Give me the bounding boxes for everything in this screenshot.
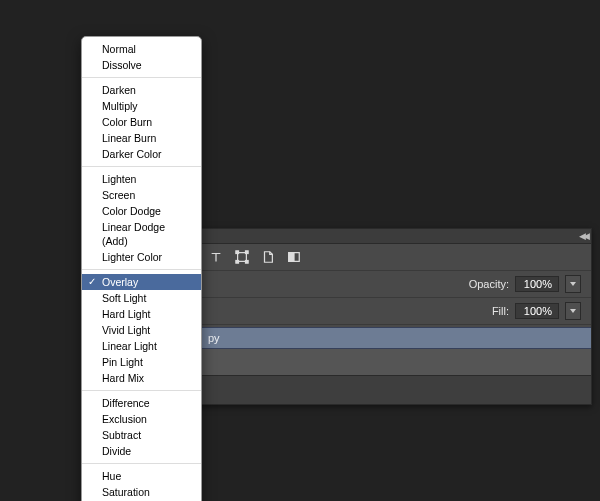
blend-mode-exclusion[interactable]: Exclusion (82, 411, 201, 427)
fill-label: Fill: (492, 305, 509, 317)
menu-item-label: Multiply (102, 100, 138, 112)
collapse-icon[interactable]: ◀◀ (579, 231, 587, 241)
svg-rect-1 (236, 251, 239, 254)
panel-footer (198, 375, 591, 404)
blend-mode-linear-burn[interactable]: Linear Burn (82, 130, 201, 146)
menu-item-label: Dissolve (102, 59, 142, 71)
layer-name: py (208, 332, 220, 344)
blend-mode-darken[interactable]: Darken (82, 82, 201, 98)
menu-item-label: Divide (102, 445, 131, 457)
panel-header: ◀◀ (198, 229, 591, 244)
blend-mode-soft-light[interactable]: Soft Light (82, 290, 201, 306)
blend-mode-normal[interactable]: Normal (82, 41, 201, 57)
layers-panel: ◀◀ Opacity: 100% Fill: 100% py (197, 228, 592, 405)
blend-mode-darker-color[interactable]: Darker Color (82, 146, 201, 162)
blend-mode-dissolve[interactable]: Dissolve (82, 57, 201, 73)
menu-item-label: Linear Light (102, 340, 157, 352)
blend-mode-menu[interactable]: NormalDissolveDarkenMultiplyColor BurnLi… (81, 36, 202, 501)
check-icon: ✓ (88, 275, 96, 289)
fill-value[interactable]: 100% (515, 303, 559, 319)
opacity-row: Opacity: 100% (198, 271, 591, 298)
menu-item-label: Normal (102, 43, 136, 55)
opacity-label: Opacity: (469, 278, 509, 290)
blend-mode-divide[interactable]: Divide (82, 443, 201, 459)
blend-mode-hard-light[interactable]: Hard Light (82, 306, 201, 322)
blend-mode-multiply[interactable]: Multiply (82, 98, 201, 114)
menu-item-label: Lighten (102, 173, 136, 185)
menu-item-label: Soft Light (102, 292, 146, 304)
fill-row: Fill: 100% (198, 298, 591, 325)
type-icon[interactable] (208, 249, 224, 265)
document-icon[interactable] (260, 249, 276, 265)
svg-rect-4 (246, 261, 249, 264)
menu-item-label: Linear Burn (102, 132, 156, 144)
blend-mode-screen[interactable]: Screen (82, 187, 201, 203)
transform-icon[interactable] (234, 249, 250, 265)
menu-item-label: Hard Light (102, 308, 150, 320)
menu-item-label: Lighter Color (102, 251, 162, 263)
fill-dropdown-icon[interactable] (565, 302, 581, 320)
svg-rect-3 (236, 261, 239, 264)
menu-item-label: Linear Dodge (Add) (102, 221, 165, 247)
blend-mode-color-dodge[interactable]: Color Dodge (82, 203, 201, 219)
menu-item-label: Vivid Light (102, 324, 150, 336)
blend-mode-linear-dodge-add-[interactable]: Linear Dodge (Add) (82, 219, 201, 249)
blend-mode-difference[interactable]: Difference (82, 395, 201, 411)
blend-mode-vivid-light[interactable]: Vivid Light (82, 322, 201, 338)
blend-mode-saturation[interactable]: Saturation (82, 484, 201, 500)
menu-item-label: Exclusion (102, 413, 147, 425)
menu-item-label: Color Burn (102, 116, 152, 128)
blend-mode-hard-mix[interactable]: Hard Mix (82, 370, 201, 386)
panel-toolbar (198, 244, 591, 271)
svg-rect-6 (289, 253, 294, 262)
blend-mode-subtract[interactable]: Subtract (82, 427, 201, 443)
menu-item-label: Darker Color (102, 148, 162, 160)
blend-mode-linear-light[interactable]: Linear Light (82, 338, 201, 354)
blend-mode-color-burn[interactable]: Color Burn (82, 114, 201, 130)
menu-item-label: Overlay (102, 276, 138, 288)
menu-item-label: Hard Mix (102, 372, 144, 384)
menu-item-label: Darken (102, 84, 136, 96)
blend-mode-lighten[interactable]: Lighten (82, 171, 201, 187)
menu-item-label: Hue (102, 470, 121, 482)
menu-item-label: Subtract (102, 429, 141, 441)
mask-icon[interactable] (286, 249, 302, 265)
selected-layer-row[interactable]: py (198, 327, 591, 349)
menu-item-label: Difference (102, 397, 150, 409)
layer-list-area (198, 349, 591, 375)
blend-mode-lighter-color[interactable]: Lighter Color (82, 249, 201, 265)
opacity-value[interactable]: 100% (515, 276, 559, 292)
blend-mode-hue[interactable]: Hue (82, 468, 201, 484)
menu-item-label: Pin Light (102, 356, 143, 368)
menu-item-label: Color Dodge (102, 205, 161, 217)
blend-mode-overlay[interactable]: ✓Overlay (82, 274, 201, 290)
blend-mode-pin-light[interactable]: Pin Light (82, 354, 201, 370)
menu-item-label: Saturation (102, 486, 150, 498)
opacity-dropdown-icon[interactable] (565, 275, 581, 293)
menu-item-label: Screen (102, 189, 135, 201)
svg-rect-2 (246, 251, 249, 254)
